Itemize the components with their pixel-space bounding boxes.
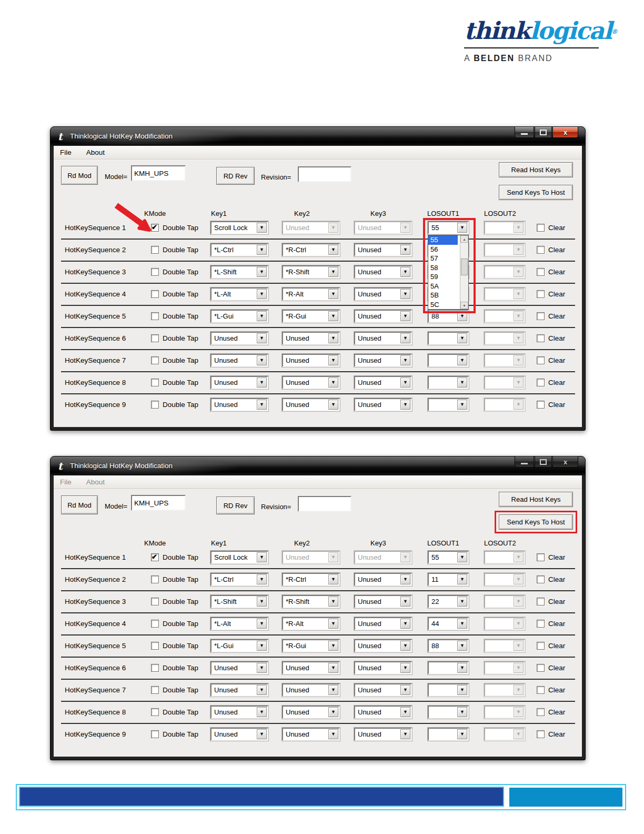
losout1-dropdown[interactable]: ▼ [428, 376, 469, 389]
dropdown-button[interactable]: ▼ [514, 311, 524, 321]
dropdown-button[interactable]: ▼ [257, 641, 267, 651]
dropdown-item[interactable]: 57 [428, 254, 458, 263]
losout1-dropdown[interactable]: 55▼ [428, 551, 469, 564]
key2-dropdown[interactable]: Unused▼ [282, 354, 340, 367]
dropdown-button[interactable]: ▼ [400, 574, 410, 584]
titlebar[interactable]: t Thinklogical HotKey Modification x [51, 127, 585, 146]
dropdown-button[interactable]: ▼ [457, 729, 467, 739]
dropdown-button[interactable]: ▼ [328, 223, 338, 233]
key3-dropdown[interactable]: Unused▼ [354, 706, 412, 719]
dropdown-button[interactable]: ▼ [257, 619, 267, 629]
key2-dropdown[interactable]: *R-Alt▼ [282, 617, 340, 630]
key1-dropdown[interactable]: Unused▼ [210, 354, 268, 367]
read-host-keys-button[interactable]: Read Host Keys [499, 492, 573, 507]
key3-dropdown[interactable]: Unused▼ [354, 683, 412, 697]
key1-dropdown[interactable]: *L-Gui▼ [210, 639, 268, 652]
dropdown-button[interactable]: ▼ [328, 378, 338, 388]
key1-dropdown[interactable]: Unused▼ [210, 728, 268, 741]
key1-dropdown[interactable]: Unused▼ [210, 661, 268, 674]
clear-checkbox[interactable]: ✔ [537, 334, 545, 342]
clear-checkbox[interactable]: ✔ [537, 312, 545, 320]
kmode-double-tap-checkbox[interactable]: ✔ [151, 356, 159, 364]
rd-rev-button[interactable]: RD Rev [216, 167, 255, 185]
dropdown-button[interactable]: ▼ [257, 729, 267, 739]
key1-dropdown[interactable]: *L-Shift▼ [210, 265, 268, 279]
dropdown-button[interactable]: ▼ [257, 333, 267, 343]
kmode-double-tap-checkbox[interactable]: ✔ [151, 224, 159, 232]
key3-dropdown[interactable]: Unused▼ [354, 639, 412, 652]
losout1-dropdown[interactable]: 22▼ [428, 595, 469, 608]
key1-dropdown[interactable]: *L-Gui▼ [210, 310, 268, 323]
clear-checkbox[interactable]: ✔ [537, 730, 545, 738]
menu-file[interactable]: File [60, 478, 72, 486]
dropdown-item[interactable]: 5A [428, 282, 458, 291]
losout2-dropdown[interactable]: ▼ [484, 683, 525, 697]
key3-dropdown[interactable]: Unused▼ [354, 265, 412, 279]
dropdown-button[interactable]: ▼ [400, 245, 410, 255]
key3-dropdown[interactable]: Unused▼ [354, 354, 412, 367]
scroll-up-icon[interactable]: ▲ [460, 235, 468, 243]
key2-dropdown[interactable]: Unused▼ [282, 661, 340, 674]
dropdown-item[interactable]: 58 [428, 263, 458, 273]
losout2-dropdown[interactable]: ▼ [484, 287, 525, 301]
dropdown-button[interactable]: ▼ [457, 663, 467, 673]
dropdown-button[interactable]: ▼ [457, 333, 467, 343]
dropdown-button[interactable]: ▼ [514, 355, 524, 365]
send-keys-to-host-button[interactable]: Send Keys To Host [499, 514, 573, 530]
key1-dropdown[interactable]: Unused▼ [210, 706, 268, 719]
dropdown-button[interactable]: ▼ [400, 619, 410, 629]
dropdown-button[interactable]: ▼ [514, 729, 524, 739]
losout2-dropdown[interactable]: ▼ [484, 639, 525, 652]
dropdown-button[interactable]: ▼ [328, 619, 338, 629]
dropdown-button[interactable]: ▼ [457, 223, 467, 233]
kmode-double-tap-checkbox[interactable]: ✔ [151, 598, 159, 605]
dropdown-button[interactable]: ▼ [514, 223, 524, 233]
dropdown-button[interactable]: ▼ [514, 574, 524, 584]
key3-dropdown[interactable]: Unused▼ [354, 310, 412, 323]
losout2-dropdown[interactable]: ▼ [484, 376, 525, 389]
dropdown-button[interactable]: ▼ [257, 685, 267, 695]
dropdown-item[interactable]: 55 [428, 235, 458, 245]
dropdown-button[interactable]: ▼ [514, 245, 524, 255]
key2-dropdown[interactable]: *R-Gui▼ [282, 310, 340, 323]
dropdown-button[interactable]: ▼ [328, 245, 338, 255]
losout2-dropdown[interactable]: ▼ [484, 617, 525, 630]
minimize-button[interactable] [515, 127, 534, 138]
dropdown-button[interactable]: ▼ [328, 267, 338, 277]
dropdown-button[interactable]: ▼ [400, 267, 410, 277]
dropdown-button[interactable]: ▼ [400, 663, 410, 673]
key1-dropdown[interactable]: Unused▼ [210, 398, 268, 411]
revision-input[interactable] [298, 166, 351, 182]
key2-dropdown[interactable]: *R-Gui▼ [282, 639, 340, 652]
losout2-dropdown[interactable]: ▼ [484, 221, 525, 234]
dropdown-button[interactable]: ▼ [457, 641, 467, 651]
kmode-double-tap-checkbox[interactable]: ✔ [151, 401, 159, 409]
kmode-double-tap-checkbox[interactable]: ✔ [151, 686, 159, 694]
key3-dropdown[interactable]: Unused▼ [354, 332, 412, 345]
dropdown-button[interactable]: ▼ [257, 245, 267, 255]
dropdown-button[interactable]: ▼ [257, 267, 267, 277]
dropdown-button[interactable]: ▼ [400, 552, 410, 562]
key2-dropdown[interactable]: *R-Ctrl▼ [282, 243, 340, 256]
dropdown-button[interactable]: ▼ [257, 597, 267, 607]
dropdown-button[interactable]: ▼ [457, 311, 467, 321]
kmode-double-tap-checkbox[interactable]: ✔ [151, 664, 159, 672]
close-button[interactable]: x [552, 456, 578, 468]
dropdown-button[interactable]: ▼ [457, 355, 467, 365]
dropdown-button[interactable]: ▼ [514, 641, 524, 651]
losout1-dropdown[interactable]: 44▼ [428, 617, 469, 630]
dropdown-button[interactable]: ▼ [400, 641, 410, 651]
losout2-dropdown[interactable]: ▼ [484, 551, 525, 564]
key1-dropdown[interactable]: Unused▼ [210, 376, 268, 389]
read-host-keys-button[interactable]: Read Host Keys [499, 162, 573, 177]
kmode-double-tap-checkbox[interactable]: ✔ [151, 246, 159, 254]
dropdown-button[interactable]: ▼ [400, 289, 410, 299]
clear-checkbox[interactable]: ✔ [537, 686, 545, 694]
losout2-dropdown[interactable]: ▼ [484, 265, 525, 279]
dropdown-button[interactable]: ▼ [257, 378, 267, 388]
clear-checkbox[interactable]: ✔ [537, 290, 545, 298]
dropdown-button[interactable]: ▼ [257, 552, 267, 562]
dropdown-button[interactable]: ▼ [257, 663, 267, 673]
rd-mod-button[interactable]: Rd Mod [61, 166, 98, 185]
key1-dropdown[interactable]: Unused▼ [210, 332, 268, 345]
